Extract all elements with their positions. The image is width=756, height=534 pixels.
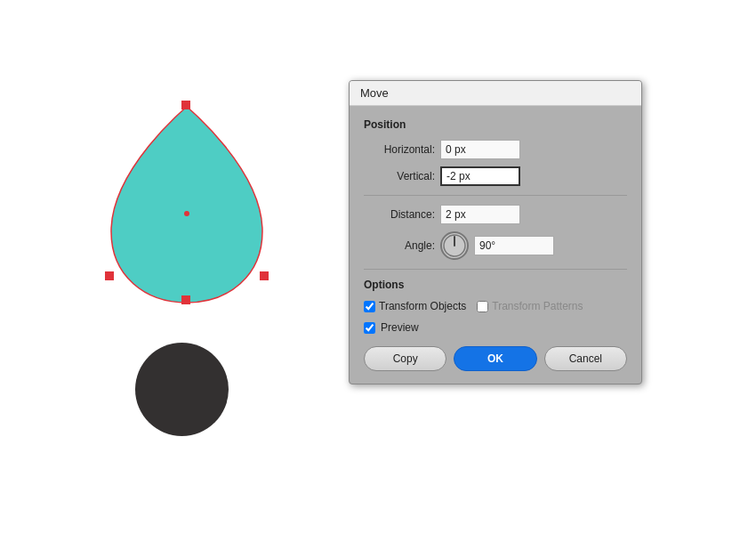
preview-row: Preview (364, 321, 627, 334)
move-dialog: Move Position Horizontal: Vertical: Dist… (349, 80, 642, 384)
cancel-button[interactable]: Cancel (544, 346, 627, 371)
transform-objects-checkbox-item[interactable]: Transform Objects (364, 300, 466, 312)
options-row: Transform Objects Transform Patterns (364, 300, 627, 312)
transform-patterns-checkbox[interactable] (477, 301, 488, 312)
position-section-label: Position (364, 118, 627, 131)
canvas-area (0, 0, 347, 534)
distance-row: Distance: (364, 205, 627, 224)
angle-dial[interactable] (440, 231, 469, 260)
circle-shape (135, 343, 229, 436)
svg-rect-2 (260, 271, 269, 280)
preview-checkbox[interactable] (364, 322, 375, 334)
transform-objects-checkbox[interactable] (364, 301, 375, 312)
angle-input[interactable] (474, 236, 554, 255)
transform-patterns-label: Transform Patterns (492, 300, 583, 312)
svg-rect-0 (181, 101, 190, 109)
options-section-label: Options (364, 279, 627, 291)
horizontal-label: Horizontal: (364, 143, 435, 156)
angle-label: Angle: (364, 239, 435, 252)
horizontal-row: Horizontal: (364, 140, 627, 159)
transform-patterns-checkbox-item[interactable]: Transform Patterns (477, 300, 583, 312)
vertical-label: Vertical: (364, 170, 435, 182)
divider-1 (364, 195, 627, 196)
ok-button[interactable]: OK (454, 346, 536, 371)
copy-button[interactable]: Copy (364, 346, 446, 371)
transform-objects-label: Transform Objects (379, 300, 466, 312)
divider-2 (364, 269, 627, 270)
svg-rect-3 (181, 295, 190, 304)
vertical-row: Vertical: (364, 166, 627, 186)
svg-point-4 (184, 211, 189, 216)
preview-label: Preview (381, 321, 419, 334)
teardrop-shape (84, 98, 289, 312)
distance-label: Distance: (364, 208, 435, 221)
vertical-input[interactable] (440, 166, 520, 186)
button-row: Copy OK Cancel (364, 346, 627, 371)
svg-rect-1 (105, 271, 114, 280)
distance-input[interactable] (440, 205, 520, 224)
dialog-title: Move (350, 81, 641, 106)
options-section: Options Transform Objects Transform Patt… (364, 279, 627, 312)
horizontal-input[interactable] (440, 140, 520, 159)
angle-row: Angle: (364, 231, 627, 260)
